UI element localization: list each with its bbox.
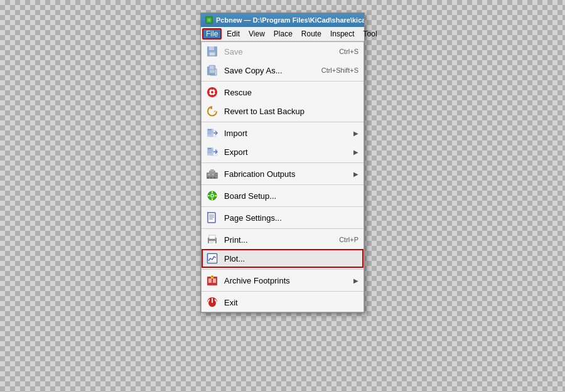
archive-icon [205,273,219,287]
svg-rect-24 [208,148,212,149]
fab-outputs-label: Fabrication Outputs [224,169,350,179]
menu-item-fab-outputs[interactable]: Fabrication Outputs ▶ [202,164,363,183]
svg-rect-9 [210,66,213,69]
rescue-icon [205,85,219,99]
print-shortcut: Ctrl+P [339,236,358,243]
svg-point-13 [211,91,213,93]
fab-outputs-icon [205,167,219,181]
archive-label: Archive Footprints [224,276,350,285]
menu-bar: File Edit View Place Route Inspect Tool [201,27,364,41]
svg-rect-6 [210,53,215,55]
menu-item-save[interactable]: Save Ctrl+S [202,42,363,61]
separator-4 [202,184,363,185]
svg-rect-43 [208,213,215,223]
svg-point-38 [212,195,213,197]
svg-rect-40 [212,198,213,200]
application-window: Pcbnew — D:\Program Files\KiCad\share\ki… [200,13,365,313]
separator-2 [202,122,363,122]
svg-rect-50 [210,241,215,242]
menu-item-archive[interactable]: Archive Footprints ▶ [202,271,363,290]
import-arrow: ▶ [353,130,358,137]
save-copy-shortcut: Ctrl+Shift+S [321,66,358,74]
svg-rect-41 [208,195,210,196]
title-text: Pcbnew — D:\Program Files\KiCad\share\ki… [216,16,364,24]
svg-rect-63 [212,298,213,303]
svg-rect-48 [209,235,215,239]
svg-rect-27 [208,152,212,153]
export-arrow: ▶ [353,149,358,156]
exit-label: Exit [224,298,358,307]
svg-rect-19 [208,129,212,130]
export-icon [205,145,219,159]
board-setup-icon [205,189,219,203]
svg-rect-59 [213,278,216,283]
menu-route[interactable]: Route [298,28,325,40]
menu-item-export[interactable]: Export ▶ [202,142,363,161]
import-icon [205,126,219,140]
svg-rect-26 [208,151,213,152]
svg-point-52 [215,238,216,240]
svg-rect-56 [208,255,208,261]
svg-rect-34 [210,177,212,179]
svg-rect-16 [207,92,210,93]
svg-rect-29 [208,174,210,176]
separator-6 [202,228,363,229]
menu-item-plot[interactable]: Plot... [202,249,363,268]
svg-rect-55 [208,262,216,262]
svg-rect-4 [209,46,214,50]
separator-5 [202,206,363,207]
svg-rect-22 [208,134,212,134]
save-shortcut: Ctrl+S [339,48,358,55]
save-copy-label: Save Copy As... [224,66,315,75]
menu-item-revert[interactable]: Revert to Last Backup [202,102,363,120]
menu-item-rescue[interactable]: Rescue [202,83,363,102]
svg-rect-14 [212,87,213,90]
rescue-label: Rescue [224,88,358,97]
page-settings-label: Page Settings... [224,213,358,223]
menu-place[interactable]: Place [270,28,296,40]
svg-rect-42 [215,195,217,196]
svg-rect-2 [208,19,210,21]
app-icon [205,16,213,24]
export-label: Export [224,147,350,157]
menu-view[interactable]: View [245,28,269,40]
svg-rect-15 [212,95,213,97]
menu-item-import[interactable]: Import ▶ [202,124,363,142]
revert-icon [205,104,219,118]
svg-rect-17 [215,92,217,93]
plot-icon [205,252,219,265]
svg-rect-20 [208,131,213,132]
separator-8 [202,291,363,292]
svg-rect-10 [210,70,215,73]
separator-1 [202,81,363,82]
svg-rect-39 [212,191,213,193]
menu-tool[interactable]: Tool [360,28,381,40]
save-icon [205,45,219,58]
title-bar: Pcbnew — D:\Program Files\KiCad\share\ki… [201,13,364,27]
file-dropdown-menu: Save Ctrl+S Save Copy As... Ctrl+Shift+S [201,41,364,312]
svg-rect-58 [208,278,212,283]
menu-item-page-settings[interactable]: Page Settings... [202,208,363,227]
svg-rect-21 [208,132,213,133]
svg-rect-54 [208,254,217,263]
import-label: Import [224,129,350,138]
print-label: Print... [224,235,333,245]
revert-label: Revert to Last Backup [224,107,358,116]
menu-file[interactable]: File [202,28,222,40]
svg-rect-25 [208,150,213,151]
separator-7 [202,269,363,270]
menu-item-save-copy[interactable]: Save Copy As... Ctrl+Shift+S [202,61,363,80]
menu-item-exit[interactable]: Exit [202,293,363,312]
menu-item-board-setup[interactable]: Board Setup... [202,186,363,205]
svg-point-61 [212,276,213,277]
page-settings-icon [205,211,219,225]
menu-inspect[interactable]: Inspect [326,28,358,40]
exit-icon [205,295,219,309]
menu-edit[interactable]: Edit [223,28,244,40]
svg-rect-32 [210,169,214,172]
svg-rect-51 [210,243,213,243]
fab-outputs-arrow: ▶ [353,171,358,177]
svg-rect-33 [207,177,209,179]
menu-item-print[interactable]: Print... Ctrl+P [202,230,363,249]
svg-rect-35 [213,177,215,179]
